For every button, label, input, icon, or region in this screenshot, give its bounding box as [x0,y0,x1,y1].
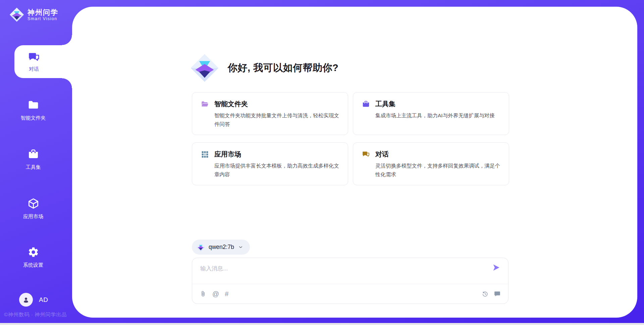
sidebar-item-label: 对话 [29,66,39,72]
folder-icon [28,99,39,111]
chat-icon [362,150,370,158]
sidebar-item-toolset[interactable]: 工具集 [0,148,66,171]
card-description: 智能文件夹功能支持批量文件上传与清洗，轻松实现文件问答 [214,111,339,129]
sidebar-item-label: 系统设置 [0,262,66,268]
card-description: 集成市场上主流工具，助力AI与外界无缝扩展与对接 [375,111,500,120]
card-description: 灵活切换多模型文件，支持多样回复效果调试，满足个性化需求 [375,161,500,179]
active-tab-fillet-bottom [62,78,72,88]
send-button[interactable] [492,263,500,272]
avatar [19,293,33,307]
history-icon [482,290,489,298]
paperclip-icon [200,290,207,298]
folder-open-icon [201,100,209,108]
card-title: 工具集 [375,100,395,109]
brand-logo: 神州问学 Smart Vision [9,7,58,22]
sidebar-item-settings[interactable]: 系统设置 [0,246,66,268]
topic-button[interactable]: # [225,290,228,297]
card-title: 对话 [375,150,389,159]
greeting-block: 你好, 我可以如何帮助你? [190,54,338,82]
copyright-footer: ©神州数码 · 神州问学出品 [4,311,67,318]
model-name: qwen2:7b [209,244,234,251]
message-input[interactable] [200,263,482,274]
user-initials: AD [39,296,48,304]
send-icon [492,263,500,272]
sidebar: 神州问学 Smart Vision 对话 智能文件夹 工具集 应用市场 系统设置… [0,0,72,323]
brand-name: 神州问学 [28,8,58,16]
grid-icon [201,150,209,158]
sidebar-item-smart-folder[interactable]: 智能文件夹 [0,99,66,121]
brand-subtitle: Smart Vision [28,16,58,21]
card-smart-folder[interactable]: 智能文件夹 智能文件夹功能支持批量文件上传与清洗，轻松实现文件问答 [192,92,348,135]
feature-cards: 智能文件夹 智能文件夹功能支持批量文件上传与清洗，轻松实现文件问答 工具集 集成… [192,92,509,185]
card-description: 应用市场提供丰富长文本模板，助力高效生成多样化文章内容 [214,161,339,179]
sidebar-item-app-market[interactable]: 应用市场 [0,198,66,220]
main-panel: 你好, 我可以如何帮助你? 智能文件夹 智能文件夹功能支持批量文件上传与清洗，轻… [72,7,637,318]
card-toolset[interactable]: 工具集 集成市场上主流工具，助力AI与外界无缝扩展与对接 [353,92,509,135]
sidebar-item-chat[interactable]: 对话 [14,45,73,78]
history-button[interactable] [482,290,489,298]
person-icon [22,296,30,304]
brand-gem-icon [9,7,24,22]
composer-toolbar: @ # [192,284,508,304]
card-app-market[interactable]: 应用市场 应用市场提供丰富长文本模板，助力高效生成多样化文章内容 [192,142,348,185]
sidebar-item-label: 应用市场 [0,213,66,220]
bottom-edge-strip [0,323,644,325]
active-tab-fillet-top [62,35,72,45]
user-profile[interactable]: AD [19,293,48,307]
briefcase-icon [362,100,370,108]
assistant-gem-icon [190,54,219,82]
gear-icon [28,246,39,258]
message-composer: @ # [192,258,508,304]
card-chat[interactable]: 对话 灵活切换多模型文件，支持多样回复效果调试，满足个性化需求 [353,142,509,185]
chevron-down-icon [238,245,243,250]
sidebar-item-label: 工具集 [0,164,66,171]
greeting-title: 你好, 我可以如何帮助你? [228,61,338,75]
model-gem-icon [196,243,205,252]
message-icon [494,290,501,298]
briefcase-icon [28,148,39,160]
card-title: 智能文件夹 [214,100,248,109]
model-selector[interactable]: qwen2:7b [192,240,250,255]
mention-button[interactable]: @ [212,290,219,297]
attach-file-button[interactable] [200,290,207,298]
cube-icon [28,198,39,209]
chat-icon [28,51,40,64]
conversation-button[interactable] [494,290,501,298]
card-title: 应用市场 [214,150,241,159]
sidebar-item-label: 智能文件夹 [0,115,66,121]
